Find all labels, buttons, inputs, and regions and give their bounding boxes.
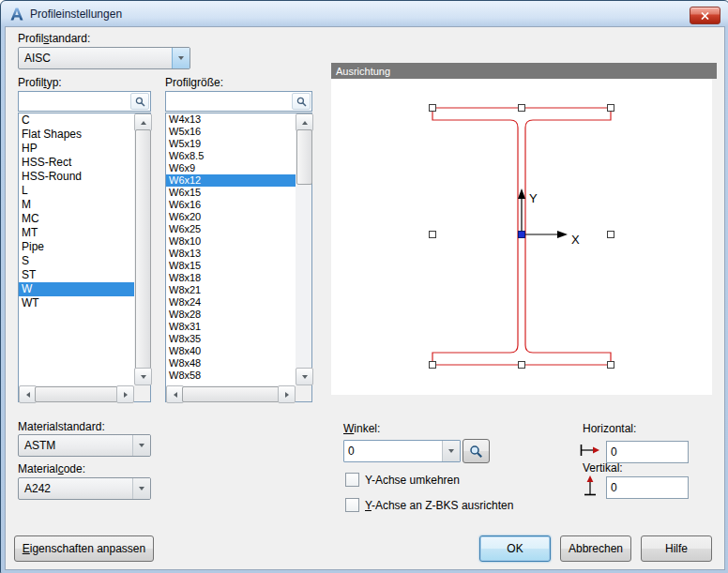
search-icon xyxy=(296,97,307,107)
scroll-right-button[interactable] xyxy=(278,385,296,403)
list-item[interactable]: W6x25 xyxy=(166,223,296,235)
list-item[interactable]: W8x31 xyxy=(166,321,296,333)
list-item[interactable]: W6x8.5 xyxy=(166,150,296,162)
list-item[interactable]: W8x40 xyxy=(166,345,296,357)
ok-button[interactable]: OK xyxy=(479,535,551,562)
winkel-combobox[interactable] xyxy=(343,440,461,462)
vertical-offset-input[interactable] xyxy=(606,476,689,499)
list-item[interactable]: HSS-Round xyxy=(19,170,134,184)
horizontal-offset-icon xyxy=(579,444,600,457)
chevron-down-icon xyxy=(178,56,184,60)
profilgroesse-hscrollbar[interactable] xyxy=(166,385,296,401)
profiltyp-vscrollbar[interactable] xyxy=(134,113,150,385)
materialstandard-select[interactable]: ASTM xyxy=(18,434,151,457)
profilstandard-select[interactable]: AISC xyxy=(18,47,190,69)
dropdown-button[interactable] xyxy=(132,435,150,456)
list-item[interactable]: C xyxy=(19,113,134,128)
dialog-body: Profilstandard: AISC Profiltyp: CFlat Sh… xyxy=(5,26,725,570)
list-item[interactable]: W xyxy=(19,282,134,296)
list-item[interactable]: W5x19 xyxy=(166,138,296,150)
list-item[interactable]: W6x15 xyxy=(166,187,296,199)
list-item[interactable]: W8x24 xyxy=(166,296,296,309)
scrollbar-corner xyxy=(134,385,150,401)
arrow-left-icon xyxy=(26,392,30,398)
arrow-right-icon xyxy=(285,392,289,398)
help-button[interactable]: Hilfe xyxy=(641,535,712,562)
magnifier-icon xyxy=(469,445,483,459)
align-y-checkbox[interactable] xyxy=(345,498,359,512)
profiltyp-list: CFlat ShapesHPHSS-RectHSS-RoundLMMCMTPip… xyxy=(18,113,151,402)
horizontal-label: Horizontal: xyxy=(583,422,636,435)
list-item[interactable]: W8x35 xyxy=(166,333,296,345)
list-item[interactable]: W8x21 xyxy=(166,284,296,296)
list-item[interactable]: W6x20 xyxy=(166,211,296,223)
profilgroesse-vscrollbar[interactable] xyxy=(296,113,311,385)
list-item[interactable]: HP xyxy=(19,142,134,156)
customize-properties-button[interactable]: Eigenschaften anpassen xyxy=(14,535,154,562)
materialcode-value: A242 xyxy=(19,478,132,499)
list-item[interactable]: W6x9 xyxy=(166,162,296,174)
list-item[interactable]: W8x58 xyxy=(166,369,296,382)
ausrichtung-preview: Y X xyxy=(331,79,712,395)
list-item[interactable]: ST xyxy=(19,268,134,282)
profilgroesse-items: W4x13W5x16W5x19W6x8.5W6x9W6x12W6x15W6x16… xyxy=(166,113,296,385)
arrow-left-icon xyxy=(174,392,177,398)
list-item[interactable]: W8x10 xyxy=(166,235,296,248)
materialcode-label: Materialcode: xyxy=(18,462,85,475)
vertikal-label: Vertikal: xyxy=(583,461,623,475)
list-item[interactable]: W4x13 xyxy=(166,113,296,126)
scroll-right-button[interactable] xyxy=(116,385,134,403)
list-item[interactable]: W6x12 xyxy=(166,174,296,187)
list-item[interactable]: MT xyxy=(19,226,134,240)
scroll-down-button[interactable] xyxy=(296,368,313,385)
profiltyp-hscrollbar[interactable] xyxy=(19,385,134,401)
dropdown-button[interactable] xyxy=(442,441,460,461)
scrollbar-thumb[interactable] xyxy=(135,129,151,369)
scrollbar-thumb[interactable] xyxy=(35,386,118,402)
profiltyp-search-button[interactable] xyxy=(130,93,149,110)
list-item[interactable]: Flat Shapes xyxy=(19,128,134,142)
profiltyp-searchbox xyxy=(18,91,151,112)
materialstandard-label: Materialstandard: xyxy=(18,420,105,433)
cancel-button[interactable]: Abbrechen xyxy=(560,535,631,562)
title-bar[interactable]: Profileinstellungen xyxy=(1,1,728,26)
align-y-checkbox-row[interactable]: Y-Achse an Z-BKS ausrichten xyxy=(345,498,513,512)
profilgroesse-search-input[interactable] xyxy=(166,92,291,111)
list-item[interactable]: HSS-Rect xyxy=(19,156,134,170)
scroll-down-button[interactable] xyxy=(134,368,152,385)
list-item[interactable]: M xyxy=(19,198,134,212)
y-axis-label: Y xyxy=(529,191,538,205)
list-item[interactable]: W6x16 xyxy=(166,199,296,211)
profile-settings-dialog: Profileinstellungen Profilstandard: AISC… xyxy=(0,0,728,573)
scrollbar-thumb[interactable] xyxy=(182,386,280,402)
list-item[interactable]: W8x13 xyxy=(166,248,296,260)
scrollbar-thumb[interactable] xyxy=(296,129,312,185)
list-item[interactable]: L xyxy=(19,184,134,198)
profiltyp-items: CFlat ShapesHPHSS-RectHSS-RoundLMMCMTPip… xyxy=(19,113,134,385)
profiltyp-search-input[interactable] xyxy=(19,92,129,111)
flip-y-checkbox-row[interactable]: Y-Achse umkehren xyxy=(345,473,460,487)
list-item[interactable]: Pipe xyxy=(19,240,134,254)
winkel-input[interactable] xyxy=(344,441,442,461)
list-item[interactable]: W8x15 xyxy=(166,260,296,272)
dropdown-button[interactable] xyxy=(132,478,150,499)
close-button[interactable] xyxy=(690,7,720,24)
list-item[interactable]: W8x28 xyxy=(166,309,296,321)
dropdown-button[interactable] xyxy=(172,48,190,68)
arrow-down-icon xyxy=(141,375,146,379)
winkel-pick-button[interactable] xyxy=(463,439,490,463)
list-item[interactable]: W5x16 xyxy=(166,126,296,138)
flip-y-label: Y-Achse umkehren xyxy=(365,474,460,487)
list-item[interactable]: MC xyxy=(19,212,134,226)
ausrichtung-header: Ausrichtung xyxy=(331,63,717,79)
flip-y-checkbox[interactable] xyxy=(345,473,359,487)
y-axis-arrowhead xyxy=(518,188,525,199)
list-item[interactable]: W8x18 xyxy=(166,272,296,284)
arrow-right-icon xyxy=(124,392,128,398)
profilgroesse-search-button[interactable] xyxy=(292,93,311,110)
list-item[interactable]: S xyxy=(19,254,134,268)
list-item[interactable]: W8x48 xyxy=(166,357,296,369)
list-item[interactable]: WT xyxy=(19,296,134,310)
materialcode-select[interactable]: A242 xyxy=(18,477,151,500)
horizontal-offset-input[interactable] xyxy=(606,441,689,463)
